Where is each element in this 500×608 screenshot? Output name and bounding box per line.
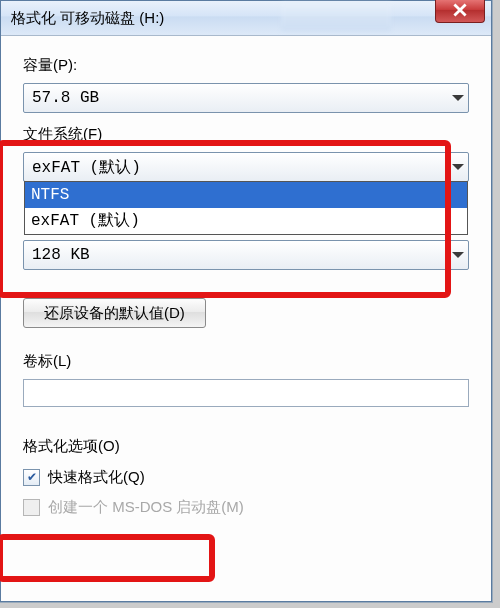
file-system-section: 文件系统(F) exFAT (默认) NTFS exFAT (默认) (23, 125, 469, 182)
file-system-label: 文件系统(F) (23, 125, 469, 144)
titlebar: 格式化 可移动磁盘 (H:) (1, 1, 491, 36)
window-title: 格式化 可移动磁盘 (H:) (11, 9, 164, 28)
volume-label-input[interactable] (23, 379, 469, 407)
format-options-section: 格式化选项(O) ✔ 快速格式化(Q) 创建一个 MS-DOS 启动盘(M) (23, 437, 469, 520)
close-icon (453, 3, 467, 20)
allocation-unit-combobox[interactable]: 128 KB (23, 240, 469, 270)
checkmark-icon: ✔ (27, 470, 37, 484)
capacity-section: 容量(P): 57.8 GB (23, 56, 469, 113)
capacity-combobox[interactable]: 57.8 GB (23, 83, 469, 113)
volume-label-section: 卷标(L) (23, 352, 469, 407)
highlight-quick-format (0, 534, 215, 582)
volume-label-label: 卷标(L) (23, 352, 469, 371)
titlebar-glass-decoration (281, 3, 391, 31)
format-options-label: 格式化选项(O) (23, 437, 469, 456)
quick-format-row[interactable]: ✔ 快速格式化(Q) (23, 464, 469, 490)
allocation-unit-value: 128 KB (32, 246, 90, 264)
dialog-client-area: 容量(P): 57.8 GB 文件系统(F) exFAT (默认) NTFS e… (1, 36, 491, 602)
file-system-option-exfat[interactable]: exFAT (默认) (25, 208, 467, 234)
capacity-label: 容量(P): (23, 56, 469, 75)
file-system-combobox[interactable]: exFAT (默认) NTFS exFAT (默认) (23, 152, 469, 182)
restore-defaults-row: 还原设备的默认值(D) (23, 298, 469, 328)
capacity-value: 57.8 GB (32, 89, 99, 107)
format-dialog-window: 格式化 可移动磁盘 (H:) 容量(P): 57.8 GB 文件系统(F) ex… (0, 0, 492, 602)
file-system-option-ntfs[interactable]: NTFS (25, 182, 467, 208)
chevron-down-icon (452, 95, 464, 101)
chevron-down-icon (452, 164, 464, 170)
file-system-value: exFAT (默认) (32, 157, 141, 178)
allocation-unit-section: 128 KB (23, 240, 469, 270)
create-dos-row: 创建一个 MS-DOS 启动盘(M) (23, 494, 469, 520)
chevron-down-icon (452, 252, 464, 258)
file-system-dropdown-list: NTFS exFAT (默认) (24, 181, 468, 235)
quick-format-label: 快速格式化(Q) (48, 468, 145, 487)
close-button[interactable] (435, 0, 485, 23)
restore-defaults-button[interactable]: 还原设备的默认值(D) (23, 298, 206, 328)
create-dos-checkbox (23, 499, 40, 516)
quick-format-checkbox[interactable]: ✔ (23, 469, 40, 486)
create-dos-label: 创建一个 MS-DOS 启动盘(M) (48, 498, 244, 517)
